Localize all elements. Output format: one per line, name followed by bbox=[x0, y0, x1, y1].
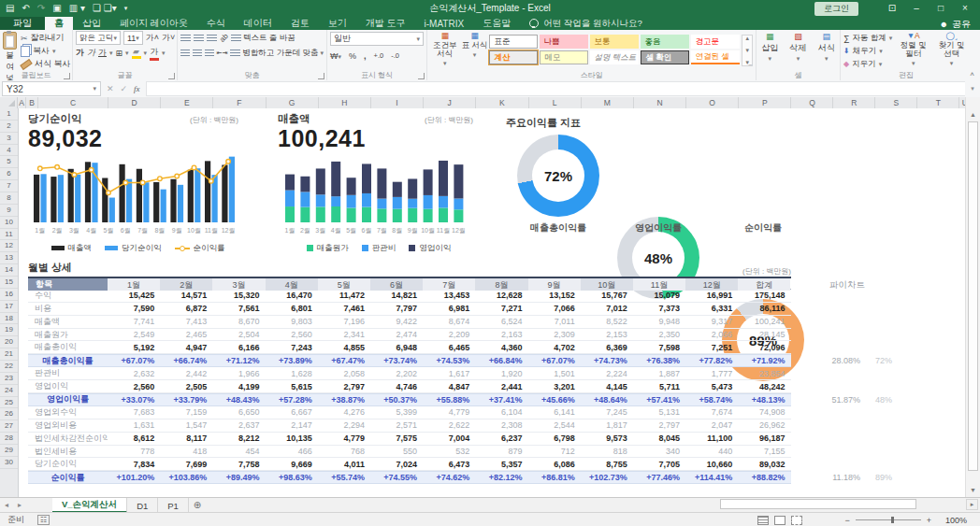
table-cell[interactable]: 13,152 bbox=[528, 291, 581, 300]
table-cell[interactable]: 2,797 bbox=[633, 420, 685, 430]
row-label[interactable]: 매출총이익 bbox=[28, 341, 108, 353]
page-break-view-icon[interactable] bbox=[791, 516, 802, 525]
align-top-icon[interactable] bbox=[180, 35, 191, 42]
table-cell[interactable]: 7,159 bbox=[160, 407, 212, 417]
column-header-C[interactable]: C bbox=[38, 97, 108, 108]
row-header-9[interactable]: 9 bbox=[0, 205, 18, 217]
column-header-H[interactable]: H bbox=[319, 97, 371, 108]
row-label[interactable]: 법인세차감전순이익 bbox=[28, 433, 108, 445]
horizontal-scroll-thumb[interactable] bbox=[720, 499, 916, 509]
column-header-D[interactable]: D bbox=[108, 97, 161, 108]
close-icon[interactable]: × bbox=[954, 0, 976, 16]
table-cell[interactable]: 6,667 bbox=[266, 407, 318, 417]
row-header-5[interactable]: 5 bbox=[0, 156, 18, 168]
column-header-A[interactable]: A bbox=[18, 97, 26, 108]
table-cell[interactable]: 7,705 bbox=[633, 460, 685, 469]
accessibility-icon[interactable]: ☷ bbox=[37, 515, 50, 525]
table-cell[interactable]: +76.38% bbox=[633, 356, 685, 365]
table-cell[interactable]: 4,855 bbox=[318, 343, 370, 352]
table-cell[interactable]: 14,821 bbox=[370, 291, 423, 300]
table-cell[interactable]: 2,474 bbox=[370, 330, 423, 339]
enter-formula-icon[interactable]: ✓ bbox=[121, 84, 128, 93]
number-format-select[interactable]: 일반▾ bbox=[330, 32, 424, 46]
row-header-29[interactable]: 29 bbox=[0, 445, 18, 457]
table-cell[interactable]: 8,612 bbox=[108, 434, 160, 443]
table-cell[interactable]: 2,202 bbox=[370, 369, 423, 378]
table-cell[interactable]: 1,966 bbox=[212, 369, 265, 378]
stacked-chart[interactable]: 1월2월3월4월5월6월7월8월9월10월11월12월 bbox=[274, 149, 478, 236]
row-label[interactable]: 영업이익률 bbox=[28, 393, 108, 405]
cancel-formula-icon[interactable]: ✕ bbox=[107, 84, 114, 93]
table-header-cell[interactable]: 7월 bbox=[423, 278, 475, 291]
table-cell[interactable]: 7,066 bbox=[528, 304, 581, 313]
table-cell[interactable]: +89.49% bbox=[212, 473, 265, 482]
column-header-Q[interactable]: Q bbox=[791, 97, 833, 108]
table-cell[interactable]: +77.82% bbox=[685, 356, 738, 365]
table-cell[interactable]: 4,360 bbox=[475, 343, 527, 352]
row-label[interactable]: 영업외비용 bbox=[28, 419, 108, 432]
table-cell[interactable]: +55.88% bbox=[423, 395, 475, 405]
row-label[interactable]: 법인세비용 bbox=[28, 446, 108, 458]
row-label[interactable]: 영업이익 bbox=[28, 380, 108, 392]
percent-style-icon[interactable]: % bbox=[349, 51, 356, 61]
copy-button[interactable]: 복사▾ bbox=[21, 45, 71, 57]
table-cell[interactable]: 4,779 bbox=[318, 434, 370, 443]
align-middle-icon[interactable] bbox=[194, 35, 204, 42]
table-cell[interactable]: 1,628 bbox=[266, 369, 318, 378]
insert-function-icon[interactable]: fx bbox=[134, 84, 140, 93]
table-cell[interactable]: 7,590 bbox=[108, 304, 160, 313]
table-header-cell[interactable]: 9월 bbox=[528, 278, 581, 291]
table-cell[interactable]: +82.12% bbox=[475, 473, 527, 482]
table-cell[interactable]: 7,243 bbox=[266, 343, 318, 352]
table-cell[interactable]: 4,746 bbox=[370, 382, 423, 391]
column-header-R[interactable]: R bbox=[833, 97, 875, 108]
column-header-S[interactable]: S bbox=[875, 97, 917, 108]
delete-cells-button[interactable]: ▧삭제▾ bbox=[787, 32, 808, 63]
normal-view-icon[interactable] bbox=[757, 516, 769, 525]
fill-color-icon[interactable]: ▰ bbox=[132, 47, 141, 59]
table-cell[interactable]: 1,631 bbox=[108, 420, 160, 430]
row-header-7[interactable]: 7 bbox=[0, 180, 18, 192]
table-cell[interactable]: 1,501 bbox=[528, 369, 581, 378]
table-cell[interactable]: 10,660 bbox=[685, 460, 738, 469]
table-cell[interactable]: 2,224 bbox=[581, 369, 633, 378]
table-cell[interactable]: 7,683 bbox=[108, 407, 160, 417]
table-cell[interactable]: 5,473 bbox=[685, 382, 738, 391]
table-cell[interactable]: 5,131 bbox=[633, 407, 685, 417]
table-cell[interactable]: 6,166 bbox=[212, 343, 265, 352]
table-cell[interactable]: 7,155 bbox=[738, 447, 790, 456]
table-cell[interactable]: 7,461 bbox=[318, 304, 370, 313]
column-header-O[interactable]: O bbox=[686, 97, 739, 108]
table-cell[interactable]: 440 bbox=[685, 447, 738, 456]
column-header-J[interactable]: J bbox=[424, 97, 476, 108]
horizontal-scrollbar[interactable] bbox=[570, 499, 963, 510]
table-cell[interactable]: 9,422 bbox=[370, 317, 423, 326]
table-cell[interactable]: 2,632 bbox=[108, 369, 160, 378]
name-box[interactable]: Y32▾ bbox=[2, 81, 101, 96]
row-label[interactable]: 매출총이익률 bbox=[28, 355, 108, 367]
table-cell[interactable]: 2,066 bbox=[685, 330, 738, 339]
table-cell[interactable]: +55.74% bbox=[318, 473, 370, 482]
cell-style-8[interactable]: 셀 확인 bbox=[641, 50, 689, 64]
cut-button[interactable]: ✂ 잘라내기 bbox=[21, 32, 71, 44]
table-cell[interactable]: +48.64% bbox=[581, 395, 633, 405]
table-cell[interactable]: 15,425 bbox=[108, 291, 160, 300]
formula-input[interactable] bbox=[146, 81, 965, 96]
row-header-6[interactable]: 6 bbox=[0, 168, 18, 180]
zoom-out-icon[interactable]: − bbox=[844, 516, 849, 525]
gallery-up-icon[interactable]: ▲ bbox=[744, 36, 750, 41]
table-header-cell[interactable]: 8월 bbox=[475, 278, 527, 291]
table-cell[interactable]: 15,767 bbox=[581, 291, 633, 300]
table-cell[interactable]: 10,135 bbox=[266, 434, 318, 443]
table-cell[interactable]: 5,615 bbox=[266, 382, 318, 391]
row-label[interactable]: 수익 bbox=[28, 290, 108, 302]
table-cell[interactable]: 6,473 bbox=[423, 460, 475, 469]
ribbon-tab-0[interactable]: 파일 bbox=[0, 17, 45, 30]
select-all-corner[interactable] bbox=[0, 97, 18, 108]
ribbon-tab-5[interactable]: 데이터 bbox=[235, 17, 281, 30]
comma-style-icon[interactable]: , bbox=[364, 51, 367, 61]
column-header-P[interactable]: P bbox=[739, 97, 791, 108]
table-cell[interactable]: 6,331 bbox=[685, 304, 738, 313]
font-dialog-launcher-icon[interactable] bbox=[168, 73, 175, 79]
row-label[interactable]: 비용 bbox=[28, 303, 108, 315]
